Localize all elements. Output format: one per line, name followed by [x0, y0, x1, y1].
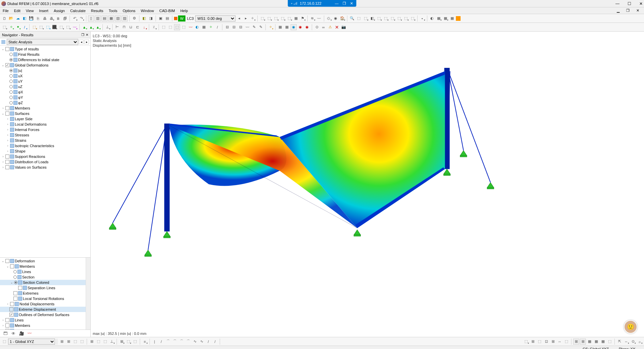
result2-icon[interactable]: ⬚ [259, 15, 265, 21]
menu-file[interactable]: File [0, 9, 11, 13]
t2-25-icon[interactable]: ⬚ [181, 24, 187, 30]
b-34-icon[interactable]: ▦ [600, 339, 606, 345]
t2-delete-icon[interactable]: ✕ [334, 24, 340, 30]
menu-insert[interactable]: Insert [36, 9, 51, 13]
t2-17-icon[interactable]: ⊓ [121, 24, 127, 30]
b-2-icon[interactable]: ⊞ [66, 339, 72, 345]
nav-tab-3-icon[interactable]: 🎥 [18, 331, 25, 337]
redo-icon[interactable]: ↷ [78, 15, 84, 21]
node-icon[interactable]: • [419, 15, 425, 21]
nav-tab-1-icon[interactable]: 🗔 [2, 331, 9, 337]
b-21-icon[interactable]: / [205, 339, 211, 345]
b-12-icon[interactable]: ≡ [142, 339, 148, 345]
save-icon[interactable]: 💾 [28, 15, 34, 21]
maximize-button[interactable]: ☐ [628, 1, 631, 6]
b-17-icon[interactable]: ⌒ [178, 339, 184, 345]
t2-38-icon[interactable]: ▦ [277, 24, 283, 30]
t2-37-icon[interactable]: ✧ [267, 24, 273, 30]
t2-45-icon[interactable]: ⚠ [327, 24, 333, 30]
menu-cadbim[interactable]: CAD-BIM [157, 9, 177, 13]
t2-35-icon[interactable]: ✎ [251, 24, 257, 30]
analysis-select[interactable]: Static Analysis [7, 39, 78, 45]
t2-42-icon[interactable]: ◉ [304, 24, 310, 30]
b-13-icon[interactable]: | [152, 339, 158, 345]
b-7-icon[interactable]: ⬚ [102, 339, 108, 345]
t2-7-icon[interactable]: ⬚ [45, 24, 51, 30]
result5-icon[interactable]: ⬚ [280, 15, 286, 21]
t2-12-icon[interactable]: ▲ [81, 24, 87, 30]
t2-15-icon[interactable]: ⊥ [104, 24, 111, 30]
t2-camera-icon[interactable]: 📷 [341, 24, 347, 30]
wind2-icon[interactable]: 〰 [316, 15, 322, 21]
print-dropdown[interactable]: 🖶 [48, 15, 54, 21]
menu-view[interactable]: View [23, 9, 37, 13]
nav-tab-4-icon[interactable]: 〰 [26, 331, 33, 337]
sel4-icon[interactable]: ⬚ [396, 15, 402, 21]
b-30-icon[interactable]: ⊞ [573, 339, 579, 345]
t2-28-icon[interactable]: ▦ [201, 24, 207, 30]
color-icon[interactable]: ◧ [369, 15, 375, 21]
cs-icon[interactable]: ⬚ [1, 339, 7, 345]
t2-26-icon[interactable]: 〰 [187, 24, 194, 30]
b-15-icon[interactable]: ⌒ [165, 339, 171, 345]
find-icon[interactable]: 🔍 [349, 15, 355, 21]
t2-27-icon[interactable]: ◐ [194, 24, 200, 30]
sel2-icon[interactable]: ⬚ [383, 15, 389, 21]
menu-calculate[interactable]: Calculate [68, 9, 88, 13]
t2-22-icon[interactable]: ⬚ [161, 24, 167, 30]
t2-5-icon[interactable]: ⬚ [31, 24, 37, 30]
b-11-icon[interactable]: ⬚ [132, 339, 138, 345]
orange-box-icon[interactable] [456, 16, 461, 21]
t2-4-icon[interactable]: / [22, 24, 28, 30]
nav-tab-2-icon[interactable]: 👁 [10, 331, 17, 337]
t2-41-icon[interactable]: ◉ [297, 24, 303, 30]
view3-icon[interactable]: ▤ [101, 15, 108, 21]
t2-31-icon[interactable]: ⊟ [224, 24, 230, 30]
t2-10-icon[interactable]: ⬚ [65, 24, 71, 30]
cloud-icon[interactable]: ☁ [15, 15, 21, 21]
iso-icon[interactable]: ⬚ [356, 15, 362, 21]
b-18-icon[interactable]: ⌒ [185, 339, 191, 345]
t2-34-icon[interactable]: 〰 [244, 24, 250, 30]
report2-icon[interactable]: 🗐 [62, 15, 68, 21]
b-3-icon[interactable]: ⬚ [72, 339, 78, 345]
print-icon[interactable]: 🖶 [42, 15, 48, 21]
b-24-icon[interactable]: ⊞ [530, 339, 536, 345]
b-10-icon[interactable]: ⬚ [125, 339, 131, 345]
b-33-icon[interactable]: ▦ [593, 339, 599, 345]
b-1-icon[interactable]: ⊞ [59, 339, 65, 345]
remote-restore-icon[interactable]: ❐ [343, 1, 346, 6]
b-9-icon[interactable]: ⊞ [119, 339, 125, 345]
menu-edit[interactable]: Edit [11, 9, 23, 13]
doc-restore-icon[interactable]: ❐ [624, 8, 632, 13]
menu-window[interactable]: Window [138, 9, 157, 13]
block-icon[interactable]: ◧ [22, 15, 28, 21]
b-29-icon[interactable]: ⬚ [563, 339, 569, 345]
calc-flag-icon[interactable]: ⚑ [300, 15, 306, 21]
dyn-icon[interactable]: ◉ [333, 15, 339, 21]
sel3-icon[interactable]: ⬚ [389, 15, 395, 21]
view1-icon[interactable]: ▯ [88, 15, 94, 21]
t2-19-icon[interactable]: ⊏ [134, 24, 140, 30]
t2-40-icon[interactable]: ◉ [291, 24, 297, 30]
model-viewport[interactable]: LC3 - WS1: 0.00 deg Static Analysis Disp… [91, 32, 644, 337]
coord-system-select[interactable]: 1 - Global XYZ [8, 339, 55, 345]
t2-14-icon[interactable]: ▲ [95, 24, 101, 30]
saveall-icon[interactable]: ⎘ [35, 15, 41, 21]
menu-results[interactable]: Results [88, 9, 106, 13]
b-23-icon[interactable]: ⬚ [523, 339, 529, 345]
t2-30-icon[interactable]: / [214, 24, 220, 30]
view4-icon[interactable]: ▦ [108, 15, 114, 21]
b-27-icon[interactable]: ⊞ [550, 339, 556, 345]
t2-13-icon[interactable]: ▲ [88, 24, 94, 30]
render2-icon[interactable]: ▦ [442, 15, 448, 21]
loadcase1-icon[interactable]: ◧ [141, 15, 147, 21]
b-6-icon[interactable]: ⬚ [95, 339, 101, 345]
t2-29-icon[interactable]: ✧ [208, 24, 214, 30]
analysis-prev-button[interactable]: ◂ [79, 40, 84, 44]
calc2-icon[interactable]: ▤ [164, 15, 170, 21]
b-35-icon[interactable]: ⬚ [607, 339, 613, 345]
undo-icon[interactable]: ↶ [72, 15, 78, 21]
t2-24-icon[interactable]: ⬚ [174, 24, 180, 30]
t2-20-icon[interactable]: ↓ [141, 24, 147, 30]
